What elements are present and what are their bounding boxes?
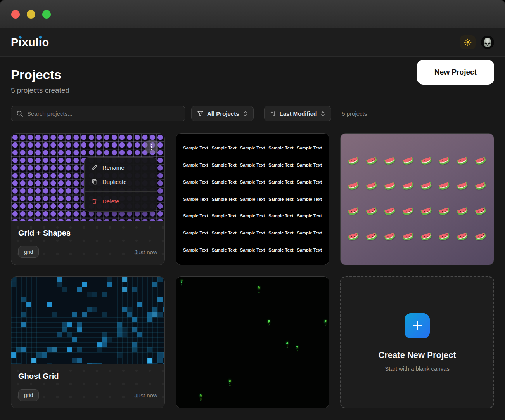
pencil-icon — [91, 164, 98, 171]
matrix-glyph: 91 — [258, 286, 260, 293]
project-card[interactable]: Watermelon Party emoji Just now — [340, 133, 494, 265]
create-new-project-card[interactable]: Create New Project Start with a blank ca… — [340, 276, 494, 408]
watermelon-icon — [348, 182, 360, 191]
watermelon-icon — [348, 233, 360, 241]
search-input[interactable] — [27, 110, 180, 117]
watermelon-icon — [420, 182, 432, 191]
matrix-glyph: E7 — [268, 320, 270, 327]
watermelon-icon — [475, 182, 486, 191]
search-icon — [16, 110, 23, 117]
thumbnail-sample-text: Sample Text — [210, 160, 238, 171]
watermelon-icon — [475, 207, 486, 216]
minimize-window-button[interactable] — [27, 10, 35, 19]
plus-icon — [405, 313, 430, 338]
chevron-up-down-icon — [320, 111, 325, 117]
project-card[interactable]: Sample TextSample TextSample TextSample … — [176, 133, 330, 265]
project-thumbnail — [341, 134, 494, 265]
user-avatar[interactable] — [481, 36, 494, 49]
watermelon-icon — [420, 207, 432, 216]
copy-icon — [91, 179, 98, 185]
watermelon-icon — [439, 207, 450, 216]
watermelon-icon — [457, 207, 469, 216]
thumbnail-sample-text: Sample Text — [267, 160, 295, 171]
watermelon-icon — [457, 182, 469, 191]
thumbnail-sample-text: Sample Text — [210, 245, 238, 256]
watermelon-icon — [439, 182, 450, 191]
thumbnail-sample-text: Sample Text — [267, 177, 295, 188]
watermelon-icon — [348, 157, 360, 166]
close-window-button[interactable] — [11, 10, 20, 19]
watermelon-icon — [384, 207, 396, 216]
project-card-footer: Matrix Trap matrix Just now — [176, 408, 329, 408]
filter-dropdown[interactable]: All Projects — [191, 106, 254, 121]
watermelon-icon — [457, 233, 469, 241]
search-box[interactable] — [11, 106, 185, 121]
menu-item-rename[interactable]: Rename — [85, 160, 157, 175]
project-card-footer: Grid + Shapes grid Just now — [11, 221, 164, 265]
project-title: Ghost Grid — [18, 372, 157, 381]
filter-label: All Projects — [207, 110, 239, 117]
project-thumbnail — [11, 277, 164, 364]
thumbnail-sample-text: Sample Text — [267, 245, 295, 256]
thumbnail-sample-text: Sample Text — [295, 160, 323, 171]
matrix-glyph: 41 — [286, 342, 288, 349]
traffic-lights — [11, 10, 51, 19]
thumbnail-sample-text: Sample Text — [210, 227, 238, 239]
create-card-subtitle: Start with a blank canvas — [385, 365, 450, 372]
watermelon-icon — [402, 182, 414, 191]
thumbnail-sample-text: Sample Text — [267, 194, 295, 205]
sort-arrows-icon — [270, 111, 276, 117]
chevron-up-down-icon — [243, 111, 248, 117]
thumbnail-sample-text: Sample Text — [295, 177, 323, 188]
theme-toggle-button[interactable] — [460, 35, 476, 49]
page-subtitle: 5 projects created — [11, 86, 494, 95]
thumbnail-sample-text: Sample Text — [295, 142, 323, 154]
toolbar: All Projects Last Modified 5 projects — [11, 106, 494, 121]
new-project-button[interactable]: New Project — [417, 60, 494, 85]
watermelon-icon — [420, 233, 432, 241]
thumbnail-sample-text: Sample Text — [210, 210, 238, 222]
matrix-glyph: 7i — [180, 280, 182, 287]
matrix-glyph: 98 — [200, 394, 202, 401]
thumbnail-sample-text: Sample Text — [238, 245, 266, 256]
project-card[interactable]: 7i91E7E241779198 Matrix Trap matrix Just… — [176, 276, 330, 408]
watermelon-icon — [475, 233, 486, 241]
zoom-window-button[interactable] — [42, 10, 51, 19]
app-logo: Pıxulıo — [11, 36, 49, 49]
app-header: Pıxulıo — [0, 28, 505, 57]
thumbnail-sample-text: Sample Text — [267, 227, 295, 239]
watermelon-icon — [402, 157, 414, 166]
funnel-icon — [197, 110, 204, 117]
menu-item-delete[interactable]: Delete — [85, 194, 157, 208]
watermelon-icon — [366, 233, 377, 241]
thumbnail-sample-text: Sample Text — [267, 142, 295, 154]
thumbnail-sample-text: Sample Text — [182, 142, 210, 154]
projects-count: 5 projects — [342, 110, 367, 117]
thumbnail-sample-text: Sample Text — [210, 194, 238, 205]
thumbnail-sample-text: Sample Text — [238, 142, 266, 154]
sort-label: Last Modified — [280, 110, 317, 117]
project-tag: grid — [18, 246, 39, 258]
card-kebab-menu-button[interactable] — [145, 140, 158, 153]
pixel-grid-canvas — [11, 277, 164, 364]
project-card[interactable]: Ghost Grid grid Just now — [11, 276, 165, 408]
thumbnail-sample-text: Sample Text — [238, 210, 266, 222]
project-card-footer: Ghost Grid grid Just now — [11, 364, 164, 408]
matrix-glyph: E2 — [324, 320, 326, 327]
thumbnail-sample-text: Sample Text — [182, 177, 210, 188]
thumbnail-sample-text: Sample Text — [182, 160, 210, 171]
watermelon-icon — [348, 207, 360, 216]
sun-icon — [464, 38, 472, 46]
watermelon-icon — [439, 157, 450, 166]
project-thumbnail: Rename Duplicate Delete — [11, 134, 164, 221]
watermelon-icon — [402, 207, 414, 216]
thumbnail-sample-text: Sample Text — [238, 177, 266, 188]
menu-item-duplicate[interactable]: Duplicate — [85, 175, 157, 189]
thumbnail-sample-text: Sample Text — [238, 160, 266, 171]
thumbnail-sample-text: Sample Text — [182, 227, 210, 239]
sort-dropdown[interactable]: Last Modified — [264, 106, 332, 121]
project-card[interactable]: Rename Duplicate Delete Grid + Shapes gr… — [11, 133, 165, 265]
matrix-glyph: 91 — [229, 380, 231, 387]
watermelon-icon — [384, 182, 396, 191]
thumbnail-sample-text: Sample Text — [210, 142, 238, 154]
